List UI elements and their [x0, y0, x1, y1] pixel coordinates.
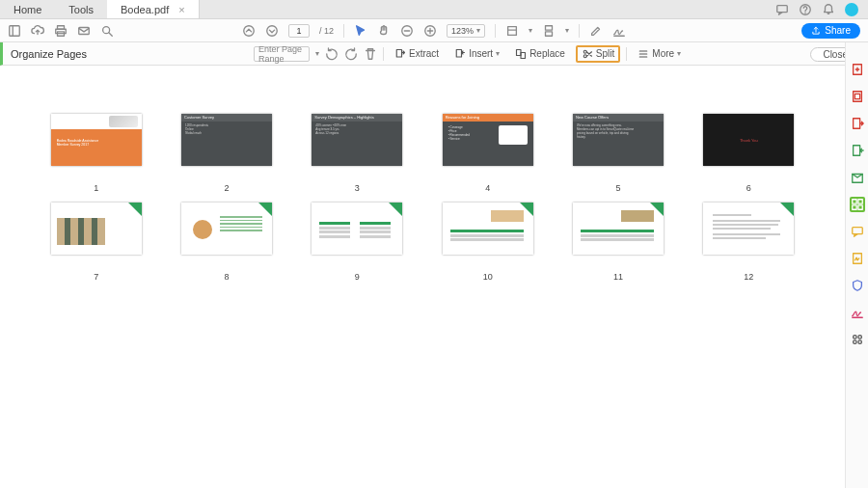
hand-tool-icon[interactable]: [377, 24, 391, 38]
extract-button[interactable]: Extract: [390, 46, 444, 62]
page-number-label: 7: [94, 272, 98, 282]
svg-rect-14: [546, 31, 553, 35]
page-thumbnail[interactable]: Reasons for Joining• Coverage• Price• Re…: [440, 114, 535, 193]
svg-rect-24: [853, 119, 859, 129]
svg-point-34: [857, 336, 861, 339]
page-up-icon[interactable]: [242, 24, 256, 38]
page-thumbnail[interactable]: 12: [701, 203, 797, 282]
avatar[interactable]: [845, 3, 858, 16]
create-pdf-icon[interactable]: [850, 62, 865, 77]
page-total-label: / 12: [319, 26, 334, 36]
help-icon[interactable]: [799, 3, 812, 16]
fill-sign-icon[interactable]: [850, 251, 865, 266]
highlight-icon[interactable]: [589, 24, 603, 38]
mode-title: Organize Pages: [11, 48, 87, 60]
sidebar-toggle-icon[interactable]: [8, 24, 21, 38]
page-thumbnail[interactable]: Thank You 6: [701, 114, 797, 193]
combine-icon[interactable]: [850, 143, 865, 158]
page-range-input[interactable]: Enter Page Range: [254, 46, 310, 62]
delete-icon[interactable]: [364, 47, 377, 61]
svg-point-35: [853, 340, 856, 344]
svg-rect-23: [854, 94, 859, 98]
page-number-label: 11: [613, 272, 623, 282]
page-thumbnail[interactable]: Bodea Roadside AssistanceMember Survey 2…: [48, 114, 144, 193]
svg-rect-17: [517, 49, 522, 55]
mail-icon[interactable]: [77, 24, 91, 38]
fit-width-icon[interactable]: [505, 24, 519, 38]
more-dropdown[interactable]: More▾: [633, 46, 686, 62]
edit-pdf-icon[interactable]: [850, 89, 865, 104]
page-number-label: 5: [615, 183, 620, 193]
svg-rect-27: [852, 200, 855, 203]
protect-icon[interactable]: [850, 278, 865, 293]
page-number-label: 8: [224, 272, 229, 282]
home-tab[interactable]: Home: [0, 0, 55, 18]
chat-icon[interactable]: [775, 3, 789, 16]
svg-rect-18: [521, 52, 526, 58]
rotate-ccw-icon[interactable]: [325, 47, 339, 61]
page-thumbnail[interactable]: 11: [570, 203, 665, 282]
svg-rect-2: [10, 25, 20, 36]
page-thumbnail[interactable]: 8: [178, 203, 274, 282]
bell-icon[interactable]: [822, 3, 835, 16]
right-tool-rail: [845, 42, 868, 488]
svg-rect-0: [777, 5, 788, 12]
svg-point-9: [267, 25, 278, 36]
zoom-level-dropdown[interactable]: 123%▾: [447, 24, 485, 38]
system-tray: [766, 0, 868, 18]
page-number-label: 4: [485, 183, 490, 193]
range-caret[interactable]: ▾: [315, 49, 319, 58]
zoom-out-icon[interactable]: [400, 24, 414, 38]
search-icon[interactable]: [100, 24, 114, 38]
cloud-upload-icon[interactable]: [31, 24, 44, 38]
page-thumbnail[interactable]: 9: [310, 203, 405, 282]
tools-tab[interactable]: Tools: [55, 0, 107, 18]
rotate-cw-icon[interactable]: [344, 47, 358, 61]
page-number-label: 2: [224, 183, 229, 193]
more-tools-icon[interactable]: [850, 332, 865, 347]
page-number-label: 12: [744, 272, 753, 282]
print-icon[interactable]: [54, 24, 68, 38]
svg-rect-12: [508, 26, 517, 35]
svg-rect-30: [857, 205, 861, 209]
tab-bar: Home Tools Bodea.pdf ×: [0, 0, 868, 19]
page-grid: Bodea Roadside AssistanceMember Survey 2…: [0, 66, 845, 488]
svg-rect-15: [396, 49, 401, 57]
page-number-input[interactable]: 1: [288, 24, 310, 38]
page-down-icon[interactable]: [265, 24, 279, 38]
sign-icon[interactable]: [850, 305, 865, 320]
zoom-in-icon[interactable]: [423, 24, 437, 38]
page-number-label: 3: [355, 183, 360, 193]
document-tab[interactable]: Bodea.pdf ×: [107, 0, 200, 18]
page-thumbnail[interactable]: New Course OffersWe're now offering some…: [570, 114, 665, 193]
insert-dropdown[interactable]: Insert▾: [449, 46, 504, 62]
replace-button[interactable]: Replace: [510, 46, 570, 62]
share-pdf-icon[interactable]: [850, 170, 865, 185]
svg-rect-28: [857, 200, 861, 203]
page-number-label: 10: [483, 272, 493, 282]
svg-point-8: [244, 25, 255, 36]
split-button[interactable]: Split: [576, 45, 620, 63]
main-toolbar: 1 / 12 123%▾ ▾ ▾ Share: [0, 19, 868, 42]
page-number-label: 1: [94, 183, 98, 193]
page-thumbnail[interactable]: Customer Survey1200 respondentsOnlineGlo…: [178, 114, 274, 193]
select-tool-icon[interactable]: [354, 24, 367, 38]
organize-icon[interactable]: [850, 197, 865, 212]
svg-rect-6: [79, 27, 90, 34]
svg-rect-16: [456, 49, 461, 57]
page-thumbnail[interactable]: 10: [440, 203, 535, 282]
svg-rect-25: [853, 146, 859, 156]
scroll-mode-icon[interactable]: [542, 24, 556, 38]
page-number-label: 9: [355, 272, 360, 282]
share-button[interactable]: Share: [801, 23, 860, 39]
svg-point-36: [857, 340, 861, 344]
page-thumbnail[interactable]: Survey Demographics – Highlights40% wome…: [310, 114, 405, 193]
page-thumbnail[interactable]: 7: [48, 203, 144, 282]
signature-icon[interactable]: [612, 24, 626, 38]
comment-icon[interactable]: [850, 224, 865, 239]
close-tab-icon[interactable]: ×: [178, 4, 184, 15]
svg-rect-13: [546, 25, 553, 29]
export-pdf-icon[interactable]: [850, 116, 865, 131]
svg-rect-29: [852, 205, 855, 209]
organize-toolbar: Organize Pages Enter Page Range ▾ Extrac…: [0, 42, 868, 66]
